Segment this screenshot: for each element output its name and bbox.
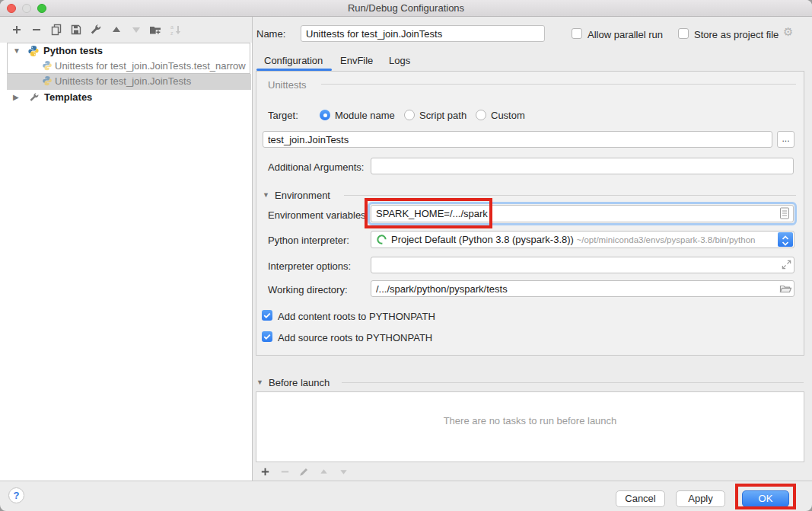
group-separator [321, 84, 796, 85]
allow-parallel-run-label: Allow parallel run [588, 29, 663, 40]
additional-arguments-label: Additional Arguments: [268, 161, 364, 173]
wrench-icon [29, 92, 40, 105]
add-source-roots-label: Add source roots to PYTHONPATH [278, 332, 432, 343]
add-configuration-icon[interactable] [11, 24, 23, 36]
conda-env-icon [376, 234, 387, 248]
additional-arguments-input[interactable] [371, 158, 794, 174]
run-debug-configurations-dialog: Run/Debug Configurations az [0, 0, 812, 511]
gear-icon[interactable]: ⚙ [783, 25, 793, 39]
radio-script-path-label: Script path [419, 110, 467, 121]
expanded-triangle-icon[interactable]: ▼ [13, 43, 22, 59]
browse-button[interactable]: ... [777, 131, 794, 148]
save-configuration-icon[interactable] [70, 24, 82, 36]
footer-separator [0, 481, 812, 481]
apply-button[interactable]: Apply [676, 490, 725, 507]
before-launch-collapse-icon[interactable]: ▼ [256, 378, 263, 386]
before-launch-task-list[interactable]: There are no tasks to run before launch [256, 391, 804, 462]
add-content-roots-label: Add content roots to PYTHONPATH [278, 311, 435, 322]
env-list-icon[interactable] [779, 207, 790, 222]
python-test-icon [42, 60, 53, 74]
sort-alphabetically-icon[interactable]: az [170, 24, 182, 36]
tree-item-unittest-jointests-selected[interactable]: Unittests for test_join.JoinTests [7, 74, 251, 90]
environment-separator [344, 195, 796, 196]
tree-item-label: Unittests for test_join.JoinTests [55, 74, 191, 89]
interpreter-options-input[interactable] [371, 257, 794, 273]
python-interpreter-select[interactable]: Project Default (Python 3.8 (pyspark-3.8… [371, 231, 794, 248]
unittests-group-title: Unittests [268, 79, 307, 91]
cancel-button[interactable]: Cancel [616, 490, 665, 507]
expand-field-icon[interactable] [781, 259, 792, 273]
sidebar-toolbar: az [0, 17, 252, 43]
python-interpreter-label: Python interpreter: [268, 235, 349, 246]
tree-item-label: Unittests for test_join.JoinTests.test_n… [55, 59, 246, 74]
environment-collapse-icon[interactable]: ▼ [263, 191, 269, 199]
radio-module-name-label: Module name [335, 110, 395, 121]
tab-configuration[interactable]: Configuration [264, 55, 323, 66]
ok-button-annotation-box [735, 484, 796, 509]
configurations-sidebar: az ▼ Python tests Unittests for test_joi… [0, 17, 253, 481]
radio-script-path[interactable] [404, 110, 415, 120]
working-directory-input[interactable] [371, 280, 794, 297]
target-label: Target: [268, 110, 298, 121]
python-test-icon [42, 75, 53, 90]
move-task-up-icon[interactable] [318, 466, 330, 477]
env-variables-annotation-box [365, 198, 492, 228]
tab-envfile[interactable]: EnvFile [340, 55, 373, 66]
python-interpreter-value: Project Default (Python 3.8 (pyspark-3.8… [391, 234, 574, 245]
radio-custom[interactable] [476, 110, 486, 120]
folder-icon[interactable] [779, 283, 792, 296]
tree-item-python-tests[interactable]: ▼ Python tests [0, 43, 253, 59]
store-as-project-file-checkbox[interactable] [678, 28, 689, 39]
python-icon [27, 45, 40, 59]
before-launch-separator [342, 382, 804, 383]
interpreter-options-label: Interpreter options: [268, 260, 351, 272]
window-title: Run/Debug Configurations [0, 0, 812, 16]
edit-task-icon[interactable] [298, 466, 310, 477]
tree-item-label: Python tests [43, 43, 103, 59]
titlebar: Run/Debug Configurations [0, 0, 812, 17]
help-button[interactable]: ? [8, 487, 24, 503]
move-task-down-icon[interactable] [338, 466, 349, 477]
python-interpreter-path: ~/opt/miniconda3/envs/pyspark-3.8/bin/py… [577, 235, 756, 244]
environment-variables-label: Environment variables: [268, 209, 368, 221]
tree-item-templates[interactable]: ▶ Templates [0, 90, 253, 105]
edit-templates-icon[interactable] [90, 24, 102, 36]
remove-configuration-icon[interactable] [30, 24, 43, 36]
radio-module-name[interactable] [320, 110, 330, 120]
add-source-roots-checkbox[interactable] [262, 331, 272, 342]
new-folder-icon[interactable] [149, 24, 161, 36]
module-name-input[interactable] [263, 131, 772, 148]
name-input[interactable] [301, 25, 545, 42]
before-launch-title: Before launch [269, 377, 330, 388]
svg-text:a: a [170, 24, 174, 30]
collapsed-triangle-icon[interactable]: ▶ [13, 90, 22, 105]
combo-stepper-icon[interactable] [778, 232, 793, 247]
working-directory-label: Working directory: [268, 284, 348, 295]
tab-logs[interactable]: Logs [389, 55, 410, 66]
add-task-icon[interactable] [260, 466, 271, 477]
svg-text:z: z [170, 30, 174, 36]
add-content-roots-checkbox[interactable] [262, 310, 272, 321]
environment-section-title: Environment [275, 190, 330, 201]
tree-item-label: Templates [44, 90, 92, 105]
remove-task-icon[interactable] [279, 466, 291, 477]
copy-configuration-icon[interactable] [50, 24, 62, 36]
radio-custom-label: Custom [491, 110, 525, 121]
move-down-icon[interactable] [130, 24, 142, 36]
allow-parallel-run-checkbox[interactable] [572, 28, 582, 39]
before-launch-empty-text: There are no tasks to run before launch [256, 415, 804, 426]
name-label: Name: [256, 28, 285, 40]
tree-item-unittest-narrow[interactable]: Unittests for test_join.JoinTests.test_n… [0, 59, 253, 74]
store-as-project-file-label: Store as project file [694, 29, 779, 40]
move-up-icon[interactable] [110, 24, 123, 36]
